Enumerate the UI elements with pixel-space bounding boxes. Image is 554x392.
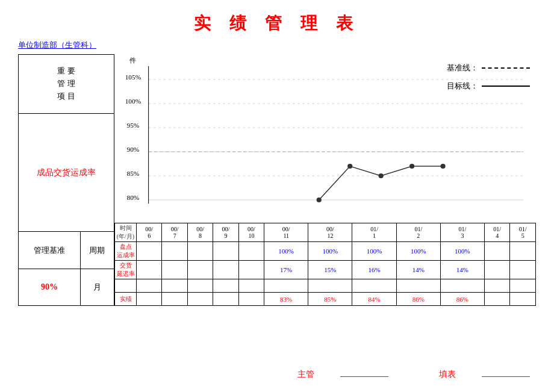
fill-label: 填表 — [439, 370, 456, 379]
svg-text:80%: 80% — [127, 194, 140, 201]
month-01-5: 01/5 — [510, 223, 536, 242]
svg-text:85%: 85% — [127, 170, 140, 177]
manager-line — [340, 376, 388, 377]
chart-svg: 件 105% 100% 95% 90% 85% 80% — [114, 54, 536, 223]
comp-01-1: 100% — [352, 242, 396, 261]
time-label: 时间(年/月) — [115, 223, 137, 242]
period-label: 周期 — [80, 232, 114, 269]
subtitle: 单位制造部（生管科） — [18, 40, 536, 51]
delay-01-1: 16% — [352, 261, 396, 279]
month-header-row: 时间(年/月) 00/6 00/7 00/8 00/9 00/10 00/11 … — [115, 223, 536, 242]
month-00-8: 00/8 — [187, 223, 213, 242]
actual-row: 实绩 83% 85% 84% 86% 86% — [115, 293, 536, 306]
comp-01-2: 100% — [396, 242, 440, 261]
comp-01-3: 100% — [440, 242, 484, 261]
svg-point-19 — [440, 164, 445, 169]
standard-value-cell: 90% — [19, 269, 81, 305]
delay-rate-row: 交货延迟率 17% 15% 16% 14% 14% — [115, 261, 536, 279]
actual-00-12: 85% — [308, 293, 352, 306]
data-table: 时间(年/月) 00/6 00/7 00/8 00/9 00/10 00/11 … — [114, 223, 536, 306]
month-00-7: 00/7 — [162, 223, 187, 242]
page: 实 绩 管 理 表 单位制造部（生管科） 重 要 管 理 项 目 成品交货运成率… — [0, 0, 554, 392]
svg-point-16 — [347, 164, 352, 169]
month-00-11: 00/11 — [264, 223, 308, 242]
manager-section: 主管 — [273, 370, 391, 379]
comp-00-12: 100% — [308, 242, 352, 261]
manager-label: 主管 — [297, 370, 314, 379]
completion-label: 盘点运成率 — [115, 242, 137, 261]
actual-00-11: 83% — [264, 293, 308, 306]
left-info-table: 重 要 管 理 项 目 成品交货运成率 管理基准 周期 90% — [18, 54, 114, 306]
fill-line — [482, 376, 530, 377]
actual-01-3: 86% — [440, 293, 484, 306]
month-01-1: 01/1 — [352, 223, 396, 242]
mgmt-standard-label: 管理基准 — [19, 232, 81, 269]
delay-00-11: 17% — [264, 261, 308, 279]
svg-point-17 — [379, 173, 384, 178]
month-01-2: 01/2 — [396, 223, 440, 242]
svg-point-15 — [317, 198, 322, 202]
actual-01-1: 84% — [352, 293, 396, 306]
empty-row — [115, 279, 536, 293]
comp-00-11: 100% — [264, 242, 308, 261]
period-value-cell: 月 — [80, 269, 114, 305]
main-layout: 重 要 管 理 项 目 成品交货运成率 管理基准 周期 90% — [18, 54, 536, 306]
svg-text:100%: 100% — [125, 98, 141, 105]
delay-01-3: 14% — [440, 261, 484, 279]
month-00-9: 00/9 — [213, 223, 238, 242]
footer: 主管 填表 — [249, 369, 531, 380]
month-00-12: 00/12 — [308, 223, 352, 242]
svg-text:95%: 95% — [127, 122, 140, 129]
svg-text:件: 件 — [129, 57, 136, 64]
delay-label: 交货延迟率 — [115, 261, 137, 279]
month-00-10: 00/10 — [238, 223, 264, 242]
page-title: 实 绩 管 理 表 — [18, 12, 536, 35]
month-00-6: 00/6 — [137, 223, 162, 242]
delay-01-2: 14% — [396, 261, 440, 279]
fill-section: 填表 — [415, 370, 531, 379]
actual-label: 实绩 — [115, 293, 137, 306]
month-01-3: 01/3 — [440, 223, 484, 242]
delay-00-12: 15% — [308, 261, 352, 279]
svg-point-18 — [409, 164, 414, 169]
item-name-cell: 成品交货运成率 — [19, 114, 114, 232]
chart-area: 件 105% 100% 95% 90% 85% 80% — [114, 54, 536, 223]
svg-text:90%: 90% — [127, 146, 140, 153]
completion-rate-row: 盘点运成率 100% 100% 100% 100% 100% — [115, 242, 536, 261]
header-cell: 重 要 管 理 项 目 — [19, 55, 114, 114]
actual-01-2: 86% — [396, 293, 440, 306]
svg-text:105%: 105% — [125, 73, 141, 81]
right-section: 基准线： 目标线： 件 105% 100% 95% 90% 85% — [114, 54, 536, 306]
month-01-4: 01/4 — [485, 223, 510, 242]
